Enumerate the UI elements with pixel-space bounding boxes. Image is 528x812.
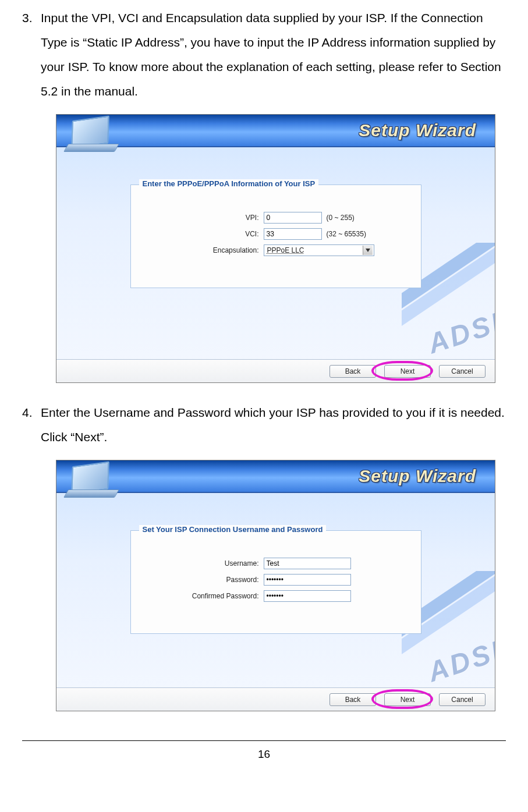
username-input[interactable]	[264, 558, 351, 569]
row-confirm-password: Confirmed Password:	[143, 590, 409, 602]
wizard-screenshot-2: Setup Wizard ADSL Set Your ISP Connectio…	[56, 460, 495, 711]
step-4-text: Enter the Username and Password which yo…	[41, 400, 506, 449]
step-3-number: 3.	[22, 6, 41, 30]
encapsulation-label: Encapsulation:	[143, 246, 264, 254]
wizard-header: Setup Wizard	[56, 115, 495, 147]
vpi-range: (0 ~ 255)	[327, 214, 355, 222]
wizard-header-2: Setup Wizard	[56, 460, 495, 493]
next-button[interactable]: Next	[384, 365, 431, 378]
document-page: 3. Input the VPI, VCI and Encapsulation …	[0, 0, 528, 784]
chevron-down-icon	[363, 246, 373, 255]
footer-rule	[22, 740, 506, 741]
next-button-2[interactable]: Next	[384, 693, 431, 706]
credentials-panel: Set Your ISP Connection Username and Pas…	[130, 530, 421, 634]
row-vpi: VPI: (0 ~ 255)	[143, 212, 409, 224]
encapsulation-value: PPPoE LLC	[265, 246, 306, 255]
password-input[interactable]	[264, 574, 351, 586]
vpi-label: VPI:	[143, 214, 264, 222]
step-3-text: Input the VPI, VCI and Encapsulation dat…	[41, 6, 506, 104]
back-button-2[interactable]: Back	[329, 693, 376, 706]
wizard-screenshot-1: Setup Wizard ADSL Enter the PPPoE/PPPoA …	[56, 114, 495, 383]
step-4: 4. Enter the Username and Password which…	[22, 400, 506, 449]
wizard-body-2: ADSL Set Your ISP Connection Username an…	[56, 493, 495, 687]
pppoe-panel: Enter the PPPoE/PPPoA Information of You…	[130, 185, 421, 288]
row-encapsulation: Encapsulation: PPPoE LLC	[143, 244, 409, 256]
vci-range: (32 ~ 65535)	[327, 230, 366, 238]
username-label: Username:	[143, 559, 264, 568]
vci-input[interactable]	[264, 228, 322, 240]
page-number: 16	[22, 748, 506, 761]
svg-marker-0	[366, 249, 370, 252]
cancel-button-2[interactable]: Cancel	[439, 693, 486, 706]
wizard-title: Setup Wizard	[359, 120, 476, 140]
password-label: Password:	[143, 576, 264, 584]
wizard-title-2: Setup Wizard	[359, 466, 476, 486]
confirm-password-input[interactable]	[264, 590, 351, 602]
wizard-footer-2: Back Next Cancel	[56, 687, 495, 711]
step-3: 3. Input the VPI, VCI and Encapsulation …	[22, 6, 506, 104]
vci-label: VCI:	[143, 230, 264, 238]
cancel-button[interactable]: Cancel	[439, 365, 486, 378]
confirm-password-label: Confirmed Password:	[143, 592, 264, 600]
panel-title-2: Set Your ISP Connection Username and Pas…	[139, 525, 327, 534]
panel-title: Enter the PPPoE/PPPoA Information of You…	[139, 179, 319, 188]
wizard-footer: Back Next Cancel	[56, 359, 495, 382]
back-button[interactable]: Back	[329, 365, 376, 378]
row-password: Password:	[143, 574, 409, 586]
encapsulation-select[interactable]: PPPoE LLC	[264, 244, 374, 256]
row-username: Username:	[143, 558, 409, 569]
row-vci: VCI: (32 ~ 65535)	[143, 228, 409, 240]
step-4-number: 4.	[22, 400, 41, 425]
wizard-body: ADSL Enter the PPPoE/PPPoA Information o…	[56, 147, 495, 359]
vpi-input[interactable]	[264, 212, 322, 224]
